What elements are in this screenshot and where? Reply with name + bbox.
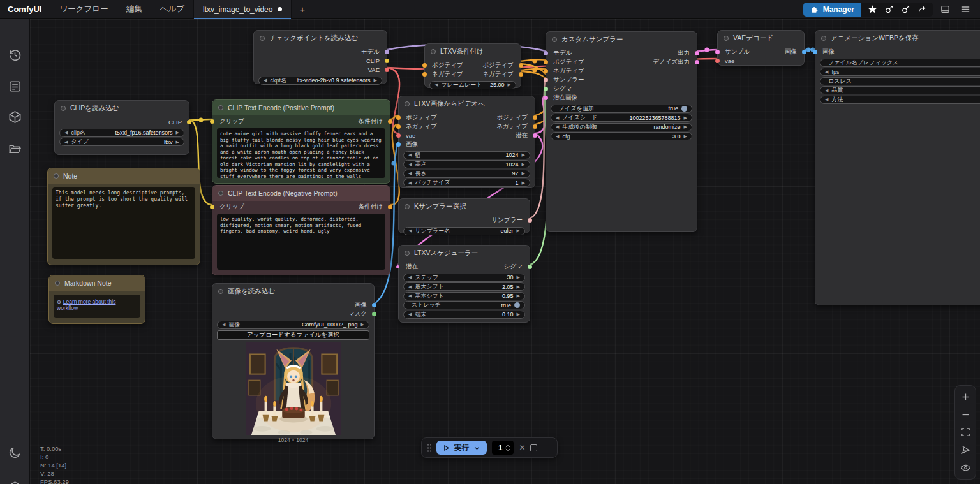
zoom-out-icon[interactable] — [959, 408, 972, 421]
theme-toggle-icon[interactable] — [8, 445, 22, 460]
queue-icon[interactable] — [8, 79, 22, 94]
widget-cfg[interactable]: ◀cfg3.0▶ — [551, 132, 692, 140]
prompt-text[interactable]: low quality, worst quality, deformed, di… — [217, 214, 385, 270]
increment-arrow-icon[interactable]: ▶ — [522, 180, 525, 186]
node-save-animated-webp[interactable]: アニメーションWEBPを保存画像ファイル名プレフィックス◀fps▶ロスレス◀品質… — [815, 30, 980, 305]
widget-品質[interactable]: ◀品質▶ — [820, 86, 980, 94]
input-port-画像[interactable] — [396, 142, 401, 147]
bottom-panel-toggle-icon[interactable] — [937, 3, 953, 17]
widget-ノイズシード[interactable]: ◀ノイズシード1002252365788813▶ — [551, 114, 692, 122]
node-clip-text-encode-negative[interactable]: CLIP Text Encode (Negative Prompt)クリップ条件… — [212, 185, 390, 275]
widget-基本シフト[interactable]: ◀基本シフト0.95▶ — [403, 292, 525, 300]
output-port-マスク[interactable] — [372, 312, 376, 316]
run-button[interactable]: 実行 — [436, 441, 487, 455]
widget-ストレッチ[interactable]: ストレッチtrue — [403, 301, 525, 309]
input-port-サンプラー[interactable] — [544, 78, 548, 82]
output-port-潜在[interactable] — [533, 133, 537, 138]
fit-view-icon[interactable] — [959, 426, 972, 439]
input-port-潜在画像[interactable] — [544, 96, 548, 100]
output-port-モデル[interactable] — [385, 50, 389, 54]
input-port-画像[interactable] — [813, 50, 817, 54]
increment-arrow-icon[interactable]: ▶ — [522, 171, 525, 176]
collapse-dot[interactable] — [218, 105, 223, 110]
upload-button[interactable]: アップロードするファイルを選択 — [217, 330, 369, 340]
widget-高さ[interactable]: ◀高さ1024▶ — [403, 160, 530, 168]
zoom-in-icon[interactable] — [959, 391, 972, 404]
increment-arrow-icon[interactable]: ▶ — [176, 140, 179, 145]
decrement-arrow-icon[interactable]: ◀ — [825, 70, 828, 75]
collapse-dot[interactable] — [405, 101, 410, 106]
widget-方法[interactable]: ◀方法▶ — [820, 96, 980, 104]
widget-ファイル名プレフィックス[interactable]: ファイル名プレフィックス — [820, 59, 980, 67]
input-port-vae[interactable] — [396, 133, 401, 138]
input-port-ポジティブ[interactable] — [396, 115, 401, 120]
widget-幅[interactable]: ◀幅1024▶ — [403, 151, 530, 159]
output-port-条件付け[interactable] — [388, 205, 392, 209]
collapse-dot[interactable] — [260, 36, 265, 41]
node-ltxv-img-to-video[interactable]: LTXV画像からビデオへポジティブポジティブネガティブネガティブvae潜在画像◀… — [398, 96, 535, 188]
input-port-潜在[interactable] — [396, 265, 399, 268]
collapse-dot[interactable] — [821, 36, 826, 41]
node-markdown-note[interactable]: Markdown Note⊕Learn more about this work… — [48, 275, 145, 324]
output-port-CLIP[interactable] — [187, 120, 191, 124]
select-pointer-icon[interactable] — [959, 444, 972, 457]
node-canvas[interactable]: チェックポイントを読み込むモデルCLIPVAE◀ckpt名ltx-video-2… — [0, 0, 980, 484]
menu-edit[interactable]: 編集 — [117, 0, 151, 19]
clear-queue-icon[interactable]: ✕ — [519, 443, 525, 452]
stop-icon[interactable] — [530, 444, 537, 451]
history-icon[interactable] — [8, 48, 22, 62]
input-port-ネガティブ[interactable] — [396, 124, 401, 129]
decrement-arrow-icon[interactable]: ◀ — [825, 88, 828, 93]
decrement-arrow-icon[interactable]: ◀ — [408, 152, 412, 158]
share-icon[interactable] — [914, 3, 930, 17]
decrement-arrow-icon[interactable]: ◀ — [64, 130, 68, 135]
increment-arrow-icon[interactable]: ▶ — [517, 284, 520, 290]
decrement-arrow-icon[interactable]: ◀ — [825, 97, 828, 102]
input-port-ポジティブ[interactable] — [422, 63, 427, 68]
input-port-ネガティブ[interactable] — [422, 72, 427, 77]
output-port-ポジティブ[interactable] — [519, 63, 523, 68]
input-port-サンプル[interactable] — [715, 50, 720, 54]
decrement-arrow-icon[interactable]: ◀ — [408, 293, 412, 298]
step-down-icon[interactable] — [505, 448, 510, 451]
collapse-dot[interactable] — [405, 204, 410, 209]
menu-workflow[interactable]: ワークフロー — [50, 0, 117, 19]
collapse-dot[interactable] — [431, 49, 436, 54]
decrement-arrow-icon[interactable]: ◀ — [408, 228, 412, 233]
output-port-VAE[interactable] — [385, 68, 389, 72]
menu-hamburger-icon[interactable] — [957, 3, 974, 17]
queue-count-input[interactable]: 1 — [492, 441, 514, 455]
collapse-dot[interactable] — [54, 173, 59, 179]
workflow-link[interactable]: Learn more about this workflow — [57, 298, 115, 311]
star-icon[interactable] — [864, 3, 880, 17]
menu-help[interactable]: ヘルプ — [151, 0, 193, 19]
node-library-icon[interactable] — [8, 110, 22, 124]
output-port-画像[interactable] — [802, 50, 806, 54]
output-port-出力[interactable] — [695, 51, 699, 55]
node-load-image[interactable]: 画像を読み込む画像マスク◀画像ComfyUI_00002_.png▶アップロード… — [212, 283, 375, 439]
decrement-arrow-icon[interactable]: ◀ — [556, 124, 559, 129]
node-ksampler-select[interactable]: Kサンプラー選択サンプラー◀サンプラー名euler▶ — [398, 198, 530, 233]
output-port-条件付け[interactable] — [388, 119, 392, 124]
node-load-clip[interactable]: CLIPを読み込むCLIP◀clip名t5xxl_fp16.safetensor… — [54, 100, 189, 155]
collapse-dot[interactable] — [405, 251, 410, 256]
prompt-text[interactable]: cute anime girl with massive fluffy fenn… — [217, 128, 385, 178]
decrement-arrow-icon[interactable]: ◀ — [222, 322, 225, 327]
increment-arrow-icon[interactable]: ▶ — [517, 293, 520, 298]
decrement-arrow-icon[interactable]: ◀ — [408, 171, 412, 176]
output-port-シグマ[interactable] — [528, 265, 532, 269]
decrement-arrow-icon[interactable]: ◀ — [556, 134, 559, 139]
output-port-ポジティブ[interactable] — [533, 115, 537, 120]
increment-arrow-icon[interactable]: ▶ — [522, 152, 525, 158]
toggle-knob[interactable] — [681, 106, 687, 112]
node-note[interactable]: NoteThis model needs long descriptive pr… — [47, 168, 200, 265]
toggle-knob[interactable] — [514, 302, 520, 308]
output-port-CLIP[interactable] — [385, 59, 389, 63]
manager-button[interactable]: Manager — [803, 3, 861, 17]
step-up-icon[interactable] — [505, 444, 510, 448]
collapse-dot[interactable] — [61, 106, 66, 111]
widget-ckpt名[interactable]: ◀ckpt名ltx-video-2b-v0.9.safetensors▶ — [258, 77, 382, 85]
node-ltxv-conditioning[interactable]: LTXV条件付けポジティブポジティブネガティブネガティブ◀フレームレート25.0… — [424, 43, 521, 88]
drag-handle-icon[interactable] — [427, 443, 431, 453]
increment-arrow-icon[interactable]: ▶ — [684, 115, 687, 121]
